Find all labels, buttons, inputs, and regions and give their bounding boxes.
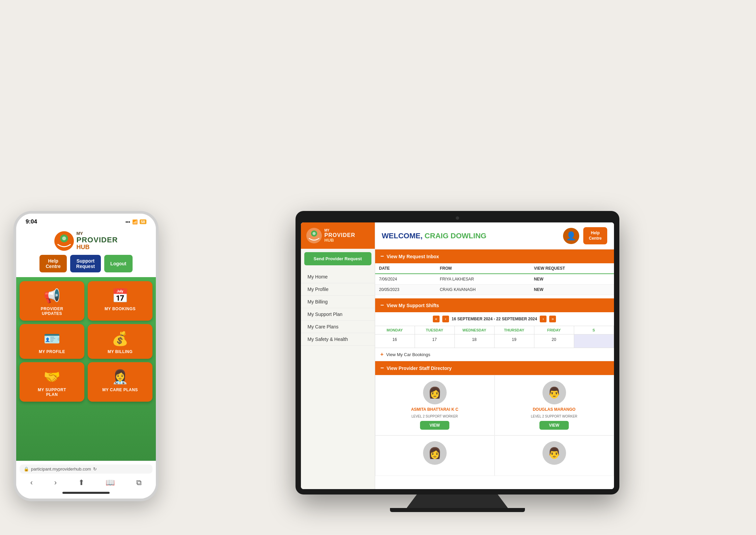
tile-my-care-plans[interactable]: 👩‍⚕️ MY CARE PLANS — [88, 362, 152, 402]
tablet-main-content: WELCOME, CRAIG DOWLING 👤 HelpCentre − Vi… — [375, 222, 614, 489]
tablet-logo-my: MY — [325, 229, 356, 232]
tile-label-provider-updates: PROVIDERUPDATES — [41, 306, 63, 316]
profile-icon: 🪪 — [44, 331, 60, 347]
car-bookings-label: View My Car Bookings — [386, 352, 430, 357]
tablet-top-bar: WELCOME, CRAIG DOWLING 👤 HelpCentre — [375, 222, 614, 249]
staff-section-title: View Provider Staff Directory — [387, 366, 452, 371]
next-next-week-button[interactable]: » — [549, 316, 556, 322]
tile-provider-updates[interactable]: 📢 PROVIDERUPDATES — [20, 281, 84, 321]
help-centre-tablet-button[interactable]: HelpCentre — [583, 227, 607, 244]
inbox-section-title: View My Request Inbox — [387, 254, 439, 259]
phone-bottom-bar: 🔒 participant.myproviderhub.com ↻ ‹ › ⬆ … — [16, 461, 156, 499]
staff-avatar-3: 👩 — [423, 441, 447, 465]
url-text: participant.myproviderhub.com — [31, 466, 91, 472]
megaphone-icon: 📢 — [44, 288, 60, 304]
support-plan-icon: 🤝 — [44, 369, 60, 385]
phone-tile-grid: 📢 PROVIDERUPDATES 📅 MY BOOKINGS 🪪 MY PRO… — [20, 281, 152, 402]
col-date: DATE — [375, 263, 436, 274]
sidebar-item-my-safety-health[interactable]: My Safety & Health — [301, 333, 375, 346]
logo-icon — [54, 231, 74, 251]
table-row: 7/06/2024 FRIYA LAKHESAR NEW — [375, 274, 614, 285]
next-week-button[interactable]: › — [540, 316, 547, 322]
sidebar-item-my-support-plan[interactable]: My Support Plan — [301, 308, 375, 321]
signal-icon: ▪▪▪ — [125, 219, 130, 224]
user-avatar: 👤 — [563, 228, 579, 244]
cell-date-2: 20/05/2023 — [375, 285, 436, 295]
tablet-device: MY PROVIDER HUB Send Provider Request My… — [172, 211, 743, 521]
forward-button[interactable]: › — [54, 478, 57, 487]
tablet-camera — [456, 216, 459, 220]
staff-card-3: 👩 — [375, 435, 495, 476]
staff-role-2: LEVEL 2 SUPPORT WORKER — [531, 414, 578, 418]
back-button[interactable]: ‹ — [30, 478, 33, 487]
staff-card-2: 👨 DOUGLAS MARANGO LEVEL 2 SUPPORT WORKER… — [495, 375, 614, 435]
cell-status-2[interactable]: NEW — [530, 285, 614, 295]
shifts-collapse-icon[interactable]: − — [381, 302, 384, 309]
tablet-sidebar: MY PROVIDER HUB Send Provider Request My… — [301, 222, 375, 489]
inbox-collapse-icon[interactable]: − — [381, 253, 384, 260]
sidebar-item-my-home[interactable]: My Home — [301, 271, 375, 283]
prev-prev-week-button[interactable]: « — [433, 316, 440, 322]
cal-header-saturday: S — [574, 326, 614, 335]
battery-icon: 58 — [140, 219, 146, 224]
tabs-button[interactable]: ⧉ — [136, 478, 142, 487]
request-inbox-table: DATE FROM VIEW REQUEST 7/06/2024 FRIYA L… — [375, 263, 614, 295]
tile-my-profile[interactable]: 🪪 MY PROFILE — [20, 324, 84, 359]
logo-provider: PROVIDER — [77, 236, 118, 244]
staff-avatar-1: 👩 — [423, 381, 447, 404]
top-bar-right: 👤 HelpCentre — [559, 227, 607, 244]
view-staff-2-button[interactable]: VIEW — [539, 421, 569, 430]
view-staff-1-button[interactable]: VIEW — [420, 421, 449, 430]
share-button[interactable]: ⬆ — [78, 478, 84, 487]
cal-cell-16: 16 — [375, 335, 415, 348]
staff-collapse-icon[interactable]: − — [381, 365, 384, 372]
tile-my-support-plan[interactable]: 🤝 MY SUPPORTPLAN — [20, 362, 84, 402]
svg-point-2 — [62, 237, 66, 241]
staff-role-1: LEVEL 2 SUPPORT WORKER — [412, 414, 458, 418]
cell-status-1[interactable]: NEW — [530, 274, 614, 285]
support-request-button[interactable]: SupportRequest — [70, 255, 101, 272]
help-centre-button[interactable]: HelpCentre — [39, 255, 66, 272]
care-plans-icon: 👩‍⚕️ — [112, 369, 129, 385]
welcome-prefix: WELCOME, — [382, 232, 425, 240]
phone-device: 9:04 ▪▪▪ 📶 58 — [13, 211, 159, 501]
cal-header-wednesday: WEDNESDAY — [455, 326, 495, 335]
lock-icon: 🔒 — [24, 466, 29, 472]
bookmarks-button[interactable]: 📖 — [106, 478, 115, 487]
welcome-name: CRAIG DOWLING — [425, 232, 486, 240]
tile-label-my-bookings: MY BOOKINGS — [105, 306, 136, 311]
billing-icon: 💰 — [112, 331, 129, 347]
staff-avatar-4: 👨 — [542, 441, 566, 465]
staff-card-1: 👩 ASMITA BHATTARAI K C LEVEL 2 SUPPORT W… — [375, 375, 495, 435]
staff-name-1: ASMITA BHATTARAI K C — [411, 407, 458, 412]
url-bar[interactable]: 🔒 participant.myproviderhub.com ↻ — [20, 464, 152, 474]
expand-icon[interactable]: + — [381, 351, 384, 357]
logout-button[interactable]: Logout — [104, 255, 132, 272]
tablet-logo-hub: HUB — [325, 238, 356, 243]
cal-header-tuesday: TUESDAY — [415, 326, 455, 335]
svg-point-5 — [312, 232, 315, 235]
tile-label-my-support-plan: MY SUPPORTPLAN — [38, 387, 66, 397]
status-time: 9:04 — [26, 218, 37, 225]
staff-card-4: 👨 — [495, 435, 614, 476]
tablet-stand — [407, 494, 508, 508]
prev-week-button[interactable]: ‹ — [442, 316, 449, 322]
tile-label-my-care-plans: MY CARE PLANS — [102, 387, 138, 392]
tablet-base — [390, 508, 525, 512]
staff-avatar-2: 👨 — [542, 381, 566, 404]
tile-my-bookings[interactable]: 📅 MY BOOKINGS — [88, 281, 152, 321]
send-provider-request-button[interactable]: Send Provider Request — [304, 252, 371, 265]
sidebar-item-my-care-plans[interactable]: My Care Plans — [301, 321, 375, 333]
tablet-screen: MY PROVIDER HUB Send Provider Request My… — [301, 222, 614, 489]
calendar-icon: 📅 — [112, 288, 129, 304]
tile-my-billing[interactable]: 💰 MY BILLING — [88, 324, 152, 359]
staff-directory-grid: 👩 ASMITA BHATTARAI K C LEVEL 2 SUPPORT W… — [375, 375, 614, 476]
tablet-navigation: My Home My Profile My Billing My Support… — [301, 269, 375, 348]
logo-text: MY PROVIDER HUB — [77, 231, 118, 251]
phone-action-buttons: HelpCentre SupportRequest Logout — [39, 255, 132, 272]
col-from: FROM — [436, 263, 530, 274]
sidebar-item-my-profile[interactable]: My Profile — [301, 283, 375, 296]
sidebar-item-my-billing[interactable]: My Billing — [301, 296, 375, 308]
phone-status-bar: 9:04 ▪▪▪ 📶 58 — [16, 214, 156, 228]
cal-cell-sat — [574, 335, 614, 348]
